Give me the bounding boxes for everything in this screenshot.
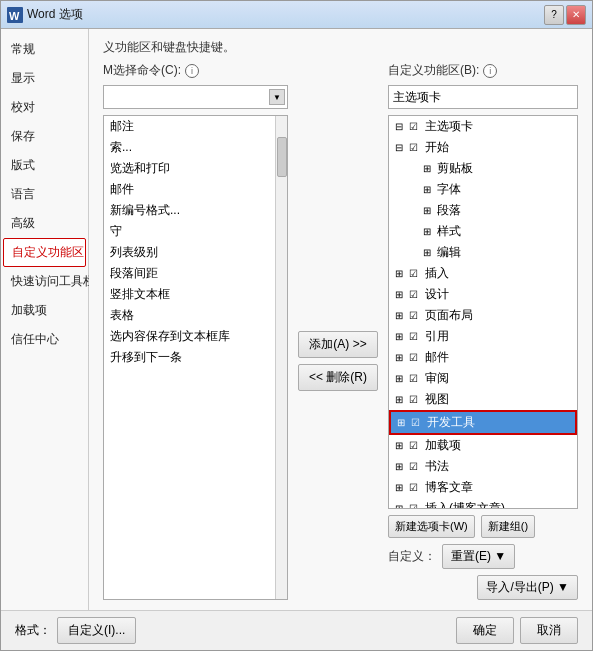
list-item[interactable]: 守 xyxy=(104,221,275,242)
checkbox-icon[interactable]: ☑ xyxy=(409,482,423,493)
list-item[interactable]: 升移到下一条 xyxy=(104,347,275,368)
word-icon: W xyxy=(7,7,23,23)
import-export-button[interactable]: 导入/导出(P) ▼ xyxy=(477,575,578,600)
checkbox-icon[interactable]: ☑ xyxy=(409,142,423,153)
checkbox-icon[interactable]: ☑ xyxy=(409,121,423,132)
close-button[interactable]: ✕ xyxy=(566,5,586,25)
list-item[interactable]: 选内容保存到文本框库 xyxy=(104,326,275,347)
expand-icon[interactable]: ⊞ xyxy=(395,331,407,342)
list-item[interactable]: 表格 xyxy=(104,305,275,326)
sidebar-item-save[interactable]: 保存 xyxy=(1,122,88,151)
expand-icon2[interactable]: ⊞ xyxy=(423,205,435,216)
expand-icon[interactable]: ⊞ xyxy=(395,440,407,451)
expand-icon2[interactable]: ⊞ xyxy=(423,247,435,258)
checkbox-icon[interactable]: ☑ xyxy=(409,461,423,472)
expand-icon[interactable]: ⊞ xyxy=(395,352,407,363)
expand-icon[interactable]: ⊞ xyxy=(395,373,407,384)
format-button[interactable]: 自定义(I)... xyxy=(57,617,136,644)
tree-item-mailings[interactable]: ⊞ ☑ 邮件 xyxy=(389,347,577,368)
tree-item-blog[interactable]: ⊞ ☑ 博客文章 xyxy=(389,477,577,498)
list-item[interactable]: 竖排文本框 xyxy=(104,284,275,305)
tree-item-font[interactable]: ⊞ 字体 xyxy=(389,179,577,200)
expand-icon[interactable]: ⊞ xyxy=(395,461,407,472)
expand-icon[interactable]: ⊞ xyxy=(395,268,407,279)
main-description: 义功能区和键盘快捷键。 xyxy=(89,29,592,62)
sidebar-item-addins[interactable]: 加载项 xyxy=(1,296,88,325)
checkbox-icon[interactable]: ☑ xyxy=(409,503,423,509)
sidebar-item-quickaccess[interactable]: 快速访问工具栏 xyxy=(1,267,88,296)
tree-label: 开发工具 xyxy=(427,414,475,431)
sidebar-item-layout[interactable]: 版式 xyxy=(1,151,88,180)
format-label: 格式： xyxy=(15,622,51,639)
sidebar-item-customize[interactable]: 自定义功能区 xyxy=(3,238,86,267)
add-button[interactable]: 添加(A) >> xyxy=(298,331,378,358)
checkbox-icon[interactable]: ☑ xyxy=(409,440,423,451)
sidebar-item-advanced[interactable]: 高级 xyxy=(1,209,88,238)
command-select[interactable]: ▼ xyxy=(103,85,288,109)
tree-item-blog-insert[interactable]: ⊞ ☑ 插入(博客文章) xyxy=(389,498,577,509)
expand-icon2[interactable]: ⊞ xyxy=(423,226,435,237)
checkbox-icon[interactable]: ☑ xyxy=(409,331,423,342)
cancel-button[interactable]: 取消 xyxy=(520,617,578,644)
ribbon-info-icon: i xyxy=(483,64,497,78)
tree-item-addins[interactable]: ⊞ ☑ 加载项 xyxy=(389,435,577,456)
sidebar-item-trustcenter[interactable]: 信任中心 xyxy=(1,325,88,354)
sidebar-item-language[interactable]: 语言 xyxy=(1,180,88,209)
left-scrollbar[interactable] xyxy=(275,116,287,599)
reset-button[interactable]: 重置(E) ▼ xyxy=(442,544,515,569)
title-buttons: ? ✕ xyxy=(544,5,586,25)
checkbox-icon[interactable]: ☑ xyxy=(409,268,423,279)
expand-icon[interactable]: ⊟ xyxy=(395,142,407,153)
expand-icon[interactable]: ⊞ xyxy=(395,310,407,321)
tree-label: 样式 xyxy=(437,223,461,240)
left-scrollbar-thumb[interactable] xyxy=(277,137,287,177)
tree-item-design[interactable]: ⊞ ☑ 设计 xyxy=(389,284,577,305)
tree-item-edit[interactable]: ⊞ 编辑 xyxy=(389,242,577,263)
expand-icon[interactable]: ⊞ xyxy=(395,503,407,509)
command-label-row: M选择命令(C): i xyxy=(103,62,288,79)
checkbox-icon[interactable]: ☑ xyxy=(409,289,423,300)
list-item[interactable]: 邮件 xyxy=(104,179,275,200)
expand-icon2[interactable]: ⊞ xyxy=(423,184,435,195)
checkbox-icon[interactable]: ☑ xyxy=(409,373,423,384)
tree-item-insert[interactable]: ⊞ ☑ 插入 xyxy=(389,263,577,284)
ok-button[interactable]: 确定 xyxy=(456,617,514,644)
tree-item-pagelayout[interactable]: ⊞ ☑ 页面布局 xyxy=(389,305,577,326)
customize-row: 自定义： 重置(E) ▼ xyxy=(388,544,578,569)
tree-item-paragraph[interactable]: ⊞ 段落 xyxy=(389,200,577,221)
expand-icon[interactable]: ⊞ xyxy=(395,394,407,405)
tree-item-developer[interactable]: ⊞ ☑ 开发工具 xyxy=(389,410,577,435)
expand-icon2[interactable]: ⊞ xyxy=(423,163,435,174)
expand-icon[interactable]: ⊞ xyxy=(395,289,407,300)
checkbox-icon[interactable]: ☑ xyxy=(409,394,423,405)
expand-icon[interactable]: ⊞ xyxy=(397,417,409,428)
tree-item-kaishi[interactable]: ⊟ ☑ 开始 xyxy=(389,137,577,158)
expand-icon[interactable]: ⊟ xyxy=(395,121,407,132)
expand-icon[interactable]: ⊞ xyxy=(395,482,407,493)
tree-item-style[interactable]: ⊞ 样式 xyxy=(389,221,577,242)
command-dropdown-arrow[interactable]: ▼ xyxy=(269,89,285,105)
help-button[interactable]: ? xyxy=(544,5,564,25)
tree-item-view[interactable]: ⊞ ☑ 视图 xyxy=(389,389,577,410)
tree-item-calligraphy[interactable]: ⊞ ☑ 书法 xyxy=(389,456,577,477)
sidebar-item-proofing[interactable]: 校对 xyxy=(1,93,88,122)
list-item[interactable]: 新编号格式... xyxy=(104,200,275,221)
checkbox-icon[interactable]: ☑ xyxy=(411,417,425,428)
new-tab-button[interactable]: 新建选项卡(W) xyxy=(388,515,475,538)
checkbox-icon[interactable]: ☑ xyxy=(409,310,423,321)
new-group-button[interactable]: 新建组() xyxy=(481,515,535,538)
checkbox-icon[interactable]: ☑ xyxy=(409,352,423,363)
list-item[interactable]: 邮注 xyxy=(104,116,275,137)
ribbon-select[interactable]: 主选项卡 xyxy=(388,85,578,109)
tree-item-clipboard[interactable]: ⊞ 剪贴板 xyxy=(389,158,577,179)
remove-button[interactable]: << 删除(R) xyxy=(298,364,378,391)
list-item[interactable]: 索... xyxy=(104,137,275,158)
sidebar-item-display[interactable]: 显示 xyxy=(1,64,88,93)
list-item[interactable]: 列表级别 xyxy=(104,242,275,263)
tree-item-references[interactable]: ⊞ ☑ 引用 xyxy=(389,326,577,347)
list-item[interactable]: 段落间距 xyxy=(104,263,275,284)
tree-item-review[interactable]: ⊞ ☑ 审阅 xyxy=(389,368,577,389)
main-panel: 义功能区和键盘快捷键。 M选择命令(C): i ▼ 邮注 xyxy=(89,29,592,610)
sidebar-item-general[interactable]: 常规 xyxy=(1,35,88,64)
list-item[interactable]: 览选和打印 xyxy=(104,158,275,179)
